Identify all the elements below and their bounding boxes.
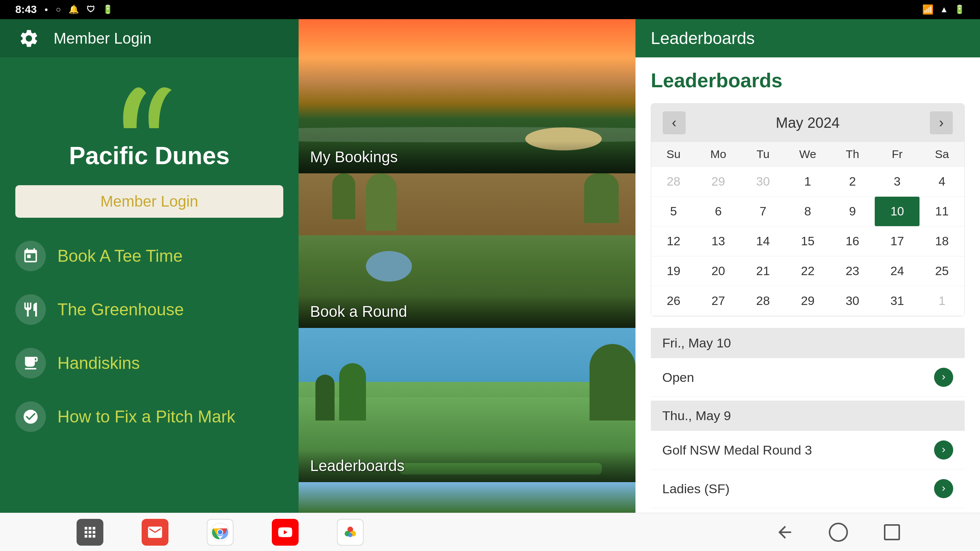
cal-day-19[interactable]: 19 — [651, 256, 696, 286]
cal-header-sa: Sa — [920, 142, 964, 166]
battery-right-icon: 🔋 — [954, 5, 965, 15]
cal-day-31[interactable]: 31 — [875, 286, 920, 316]
cal-header-fr: Fr — [875, 142, 920, 166]
nav-item-greenhouse[interactable]: The Greenhouse — [0, 283, 299, 336]
status-shield-icon: 🛡 — [87, 5, 95, 15]
cal-day-headers: Su Mo Tu We Th Fr Sa — [651, 142, 964, 167]
event-golf-nsw-arrow[interactable] — [934, 440, 953, 460]
cal-prev-button[interactable]: ‹ — [663, 111, 686, 134]
bottom-nav-android — [773, 521, 903, 544]
brand-name: Pacific Dunes — [69, 142, 230, 170]
event-date-thu-may9: Thu., May 9 — [651, 401, 965, 431]
gear-icon[interactable] — [15, 25, 42, 52]
cal-day-4[interactable]: 4 — [920, 167, 964, 196]
card-4[interactable] — [299, 482, 635, 513]
cal-day-20[interactable]: 20 — [696, 256, 741, 286]
top-bar: Member Login — [0, 19, 299, 57]
cal-day-12[interactable]: 12 — [651, 227, 696, 256]
cal-day-17[interactable]: 17 — [875, 227, 920, 256]
event-open[interactable]: Open — [651, 358, 965, 397]
cal-header-we: We — [786, 142, 830, 166]
cal-header-su: Su — [651, 142, 696, 166]
check-circle-icon — [15, 401, 46, 432]
cal-next-button[interactable]: › — [930, 111, 953, 134]
leaderboards-content: Leaderboards ‹ May 2024 › Su Mo Tu We Th — [635, 57, 980, 513]
cal-day-25[interactable]: 25 — [920, 256, 964, 286]
cal-day-29[interactable]: 29 — [786, 286, 830, 316]
cal-day-1-next[interactable]: 1 — [920, 286, 964, 316]
card-leaderboards[interactable]: Leaderboards — [299, 328, 635, 482]
cal-day-7[interactable]: 7 — [741, 197, 786, 226]
android-home-button[interactable] — [827, 521, 850, 544]
cal-day-1[interactable]: 1 — [786, 167, 830, 196]
right-panel: Leaderboards Leaderboards ‹ May 2024 › S… — [635, 19, 980, 513]
main-content: Member Login Pacific Dunes Member Login … — [0, 19, 980, 513]
member-login-btn-label: Member Login — [100, 193, 198, 210]
calendar-grid: Su Mo Tu We Th Fr Sa 28 29 30 1 2 — [651, 142, 964, 316]
event-golf-nsw-name: Golf NSW Medal Round 3 — [662, 443, 934, 458]
news-icon — [15, 348, 46, 378]
status-bar: 8:43 ● ○ 🔔 🛡 🔋 📶 ▲ 🔋 — [0, 0, 980, 19]
gmail-app-icon[interactable] — [142, 519, 168, 546]
status-bell-icon: 🔔 — [69, 5, 79, 15]
cal-day-2[interactable]: 2 — [830, 167, 875, 196]
cal-day-26[interactable]: 26 — [651, 286, 696, 316]
youtube-app-icon[interactable] — [272, 519, 299, 546]
nav-item-pitch-mark[interactable]: How to Fix a Pitch Mark — [0, 390, 299, 443]
cal-day-10-selected[interactable]: 10 — [875, 197, 920, 226]
status-time: 8:43 — [15, 3, 37, 16]
member-login-button[interactable]: Member Login — [15, 185, 283, 218]
android-back-button[interactable] — [773, 521, 796, 544]
cal-day-22[interactable]: 22 — [786, 256, 830, 286]
card-leaderboards-title: Leaderboards — [310, 457, 405, 474]
cal-day-21[interactable]: 21 — [741, 256, 786, 286]
cal-day-14[interactable]: 14 — [741, 227, 786, 256]
calendar-header: ‹ May 2024 › — [651, 104, 964, 142]
nav-label-handiskins: Handiskins — [57, 354, 140, 373]
cal-month-title: May 2024 — [686, 115, 930, 131]
cal-day-28-prev[interactable]: 28 — [651, 167, 696, 196]
cal-day-24[interactable]: 24 — [875, 256, 920, 286]
nav-label-pitch-mark: How to Fix a Pitch Mark — [57, 407, 235, 426]
nav-label-greenhouse: The Greenhouse — [57, 300, 184, 319]
chrome-app-icon[interactable] — [207, 519, 234, 546]
top-bar-member-login[interactable]: Member Login — [54, 30, 152, 47]
android-recents-button[interactable] — [880, 521, 903, 544]
cal-day-9[interactable]: 9 — [830, 197, 875, 226]
cal-day-30-prev[interactable]: 30 — [741, 167, 786, 196]
cal-day-13[interactable]: 13 — [696, 227, 741, 256]
cal-day-5[interactable]: 5 — [651, 197, 696, 226]
status-battery-icon: 🔋 — [103, 5, 113, 15]
status-circle-icon: ○ — [56, 5, 61, 15]
event-golf-nsw[interactable]: Golf NSW Medal Round 3 — [651, 431, 965, 469]
card-my-bookings[interactable]: My Bookings — [299, 19, 635, 173]
cal-header-th: Th — [830, 142, 875, 166]
cal-day-15[interactable]: 15 — [786, 227, 830, 256]
cal-day-28[interactable]: 28 — [741, 286, 786, 316]
status-dot-icon: ● — [44, 6, 48, 13]
cal-day-3[interactable]: 3 — [875, 167, 920, 196]
event-ladies-sf[interactable]: Ladies (SF) — [651, 469, 965, 508]
event-open-arrow[interactable] — [934, 368, 953, 387]
event-date-fri-may10: Fri., May 10 — [651, 328, 965, 358]
cal-header-tu: Tu — [741, 142, 786, 166]
cal-day-16[interactable]: 16 — [830, 227, 875, 256]
grid-app-icon[interactable] — [77, 519, 103, 546]
right-panel-header: Leaderboards — [635, 19, 980, 57]
cal-day-27[interactable]: 27 — [696, 286, 741, 316]
photos-app-icon[interactable] — [337, 519, 364, 546]
calendar: ‹ May 2024 › Su Mo Tu We Th Fr Sa — [651, 103, 965, 316]
nav-item-handiskins[interactable]: Handiskins — [0, 336, 299, 390]
event-ladies-sf-arrow[interactable] — [934, 479, 953, 498]
cal-day-6[interactable]: 6 — [696, 197, 741, 226]
leaderboards-page-title: Leaderboards — [651, 69, 965, 92]
card-book-round[interactable]: Book a Round — [299, 173, 635, 328]
cal-day-11[interactable]: 11 — [920, 197, 964, 226]
nav-item-book-tee[interactable]: Book A Tee Time — [0, 229, 299, 283]
cal-day-18[interactable]: 18 — [920, 227, 964, 256]
cal-day-8[interactable]: 8 — [786, 197, 830, 226]
signal-icon: ▲ — [940, 5, 948, 15]
cal-day-29-prev[interactable]: 29 — [696, 167, 741, 196]
cal-day-30[interactable]: 30 — [830, 286, 875, 316]
cal-day-23[interactable]: 23 — [830, 256, 875, 286]
